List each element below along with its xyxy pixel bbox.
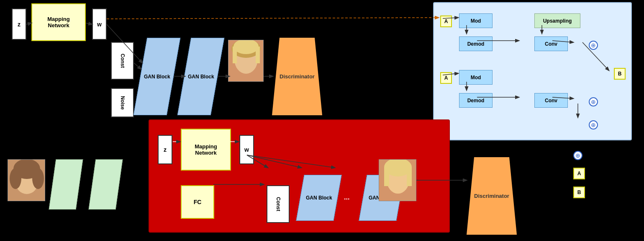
face-image-bottom-right — [379, 159, 416, 201]
top-discriminator: Discriminator — [272, 38, 322, 115]
red-fc-box: FC — [181, 185, 214, 219]
face-image-top — [228, 40, 264, 82]
detail-demod1-box: Demod — [459, 36, 493, 51]
bottom-discriminator: Discriminator — [467, 157, 517, 235]
svg-rect-4 — [233, 47, 237, 63]
detail-demod2-box: Demod — [459, 93, 493, 108]
top-noise-box: Noise — [111, 88, 134, 117]
red-z-box: z — [158, 135, 172, 164]
red-w-box: w — [239, 135, 254, 164]
svg-point-10 — [32, 168, 44, 189]
legend-b-box: B — [573, 187, 585, 198]
detail-a2-box: A — [440, 72, 452, 84]
svg-rect-15 — [407, 167, 412, 186]
green-para1 — [49, 159, 83, 210]
detail-a1-box: A — [440, 16, 452, 27]
detail-mod1-box: Mod — [459, 13, 493, 28]
red-dots: ... — [344, 194, 349, 201]
red-gan-block1: GAN Block — [300, 175, 338, 221]
svg-line-17 — [86, 23, 92, 24]
svg-line-16 — [26, 23, 31, 24]
detail-b-box: B — [614, 68, 626, 80]
top-z-box: z — [12, 8, 26, 40]
face-image-bottom-left — [8, 159, 45, 201]
detail-region: A Mod Upsampling Demod Conv ⊕ B A Mod — [433, 2, 632, 140]
top-const-box: Const — [111, 42, 134, 80]
detail-upsampling-box: Upsampling — [534, 13, 580, 28]
detail-plus1: ⊕ — [589, 41, 598, 50]
detail-mod2-box: Mod — [459, 70, 493, 85]
detail-plus2: ⊕ — [589, 97, 598, 106]
svg-rect-14 — [384, 167, 389, 186]
legend-plus: ⊕ — [573, 151, 582, 160]
detail-plus3: ⊕ — [589, 120, 598, 130]
green-para2 — [89, 159, 123, 210]
red-mapping-network-box: Mapping Network — [181, 129, 231, 171]
top-mapping-network-box: Mapping Network — [31, 3, 86, 41]
detail-conv1-box: Conv — [534, 36, 568, 51]
top-gan-block2: GAN Block — [184, 38, 218, 115]
detail-conv2-box: Conv — [534, 93, 568, 108]
svg-line-23 — [107, 18, 439, 19]
red-const-box: Const — [267, 185, 290, 223]
legend-a-box: A — [573, 168, 585, 179]
diagram-container: A Mod Upsampling Demod Conv ⊕ B A Mod — [0, 0, 644, 241]
svg-rect-5 — [256, 47, 260, 63]
svg-point-9 — [10, 168, 21, 189]
top-gan-block1: GAN Block — [140, 38, 174, 115]
top-w-box: w — [92, 8, 107, 40]
